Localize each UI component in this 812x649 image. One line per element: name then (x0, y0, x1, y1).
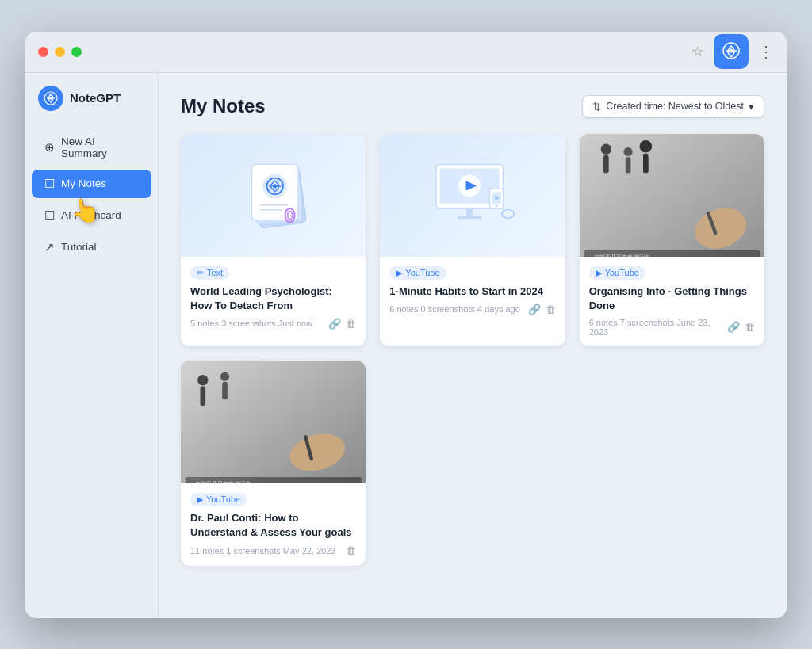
notes-grid: ✏ Text World Leading Psychologist: How T… (181, 134, 764, 567)
note-title-3: Organising Info - Getting Things Done (589, 284, 755, 313)
minimize-button[interactable] (55, 47, 65, 57)
note-card-1[interactable]: ✏ Text World Leading Psychologist: How T… (181, 134, 366, 346)
note-meta-2: 6 notes 0 screenshots 4 days ago 🔗 🗑 (389, 304, 555, 315)
app-name: NoteGPT (70, 91, 121, 105)
note-thumbnail-1 (181, 134, 366, 257)
sidebar-item-label: AI Flashcard (61, 209, 121, 221)
note-thumbnail-3: 一任职于几乎电商超话说... (580, 134, 764, 257)
traffic-lights (38, 47, 82, 57)
new-ai-summary-icon: ⊕ (44, 140, 55, 155)
youtube-icon: ▶ (197, 494, 203, 505)
svg-rect-27 (603, 155, 609, 172)
svg-text:一任职于几乎电商超话说...: 一任职于几乎电商超话说... (190, 481, 255, 483)
youtube-illustration (380, 134, 565, 257)
more-options-icon[interactable]: ⋮ (758, 42, 774, 61)
link-icon[interactable]: 🔗 (528, 304, 541, 315)
svg-rect-39 (200, 386, 205, 405)
favorite-icon[interactable]: ☆ (691, 43, 704, 60)
link-icon[interactable]: 🔗 (727, 321, 740, 333)
sort-icon: ⇅ (592, 101, 601, 113)
youtube-icon: ▶ (596, 268, 602, 278)
note-title-4: Dr. Paul Conti: How to Understand & Asse… (190, 511, 356, 540)
sidebar-item-label: My Notes (61, 178, 106, 189)
maximize-button[interactable] (71, 47, 82, 57)
sidebar-item-label: New AI Summary (61, 136, 139, 159)
svg-rect-17 (466, 208, 473, 216)
svg-rect-29 (625, 157, 630, 173)
app-window: ☆ ⋮ (25, 32, 787, 618)
titlebar-right: ☆ ⋮ (691, 34, 774, 69)
svg-point-28 (623, 147, 632, 155)
svg-rect-31 (643, 153, 649, 172)
ai-flashcard-icon: ☐ (44, 208, 55, 223)
note-card-2[interactable]: ▶ YouTube 1-Minute Habits to Start in 20… (380, 134, 565, 346)
svg-rect-18 (458, 216, 482, 219)
trash-icon[interactable]: 🗑 (346, 318, 356, 330)
note-meta-icons-1: 🔗 🗑 (328, 318, 356, 330)
note-meta-icons-2: 🔗 🗑 (528, 304, 556, 315)
note-meta-1: 5 notes 3 screenshots Just now 🔗 🗑 (190, 318, 356, 330)
chevron-down-icon: ▾ (749, 101, 754, 113)
trash-icon[interactable]: 🗑 (745, 321, 755, 333)
svg-point-26 (600, 143, 611, 154)
page-title: My Notes (181, 95, 266, 117)
note-card-3[interactable]: 一任职于几乎电商超话说... ▶ YouTube Organising Info… (580, 134, 764, 346)
svg-point-8 (273, 184, 277, 188)
note-type-badge-3: ▶ YouTube (589, 266, 645, 280)
note-type-badge-4: ▶ YouTube (190, 493, 247, 506)
note-card-4[interactable]: 一任职于几乎电商超话说... ▶ YouTube Dr. Paul Conti:… (181, 361, 366, 566)
text-icon: ✏ (197, 268, 204, 278)
svg-point-23 (502, 209, 514, 218)
sidebar: NoteGPT ⊕ New AI Summary ☐ My Notes ☐ AI… (25, 73, 159, 618)
note-type-label: YouTube (605, 268, 639, 277)
note-body-3: ▶ YouTube Organising Info - Getting Thin… (580, 257, 764, 346)
text-illustration (181, 134, 366, 257)
note-type-badge-2: ▶ YouTube (389, 266, 446, 280)
note-thumbnail-2 (380, 134, 565, 257)
content-header: My Notes ⇅ Created time: Newest to Oldes… (181, 95, 764, 118)
tutorial-icon: ↗ (44, 240, 55, 254)
note-meta-4: 11 notes 1 screenshots May 22, 2023 🗑 (190, 544, 356, 556)
note-meta-icons-4: 🗑 (346, 544, 356, 556)
my-notes-icon: ☐ (44, 177, 55, 191)
note-body-1: ✏ Text World Leading Psychologist: How T… (181, 257, 366, 339)
logo-icon (38, 86, 63, 111)
sidebar-item-ai-flashcard[interactable]: ☐ AI Flashcard (32, 201, 151, 230)
close-button[interactable] (38, 47, 48, 57)
trash-icon[interactable]: 🗑 (346, 544, 356, 556)
app-icon (714, 34, 749, 69)
note-body-2: ▶ YouTube 1-Minute Habits to Start in 20… (380, 257, 565, 325)
sort-dropdown[interactable]: ⇅ Created time: Newest to Oldest ▾ (582, 95, 764, 118)
svg-point-40 (220, 372, 229, 381)
note-title-1: World Leading Psychologist: How To Detac… (190, 284, 356, 313)
note-meta-text-1: 5 notes 3 screenshots Just now (190, 319, 312, 328)
svg-point-38 (197, 375, 208, 385)
note-type-badge-1: ✏ Text (190, 266, 229, 280)
link-icon[interactable]: 🔗 (328, 318, 341, 330)
titlebar: ☆ ⋮ (25, 32, 787, 73)
note-type-label: Text (207, 268, 223, 277)
sort-label: Created time: Newest to Oldest (606, 101, 744, 112)
whiteboard-thumbnail-3: 一任职于几乎电商超话说... (580, 134, 764, 257)
whiteboard-thumbnail-4: 一任职于几乎电商超话说... (181, 361, 366, 483)
note-body-4: ▶ YouTube Dr. Paul Conti: How to Underst… (181, 483, 366, 566)
note-meta-text-4: 11 notes 1 screenshots May 22, 2023 (190, 546, 335, 555)
sidebar-item-my-notes[interactable]: ☐ My Notes (32, 170, 151, 198)
svg-point-0 (730, 49, 733, 53)
sidebar-item-tutorial[interactable]: ↗ Tutorial (32, 233, 151, 262)
note-thumbnail-4: 一任职于几乎电商超话说... (181, 361, 366, 483)
sidebar-logo: NoteGPT (25, 86, 158, 127)
note-type-label: YouTube (405, 268, 439, 277)
svg-text:一任职于几乎电商超话说...: 一任职于几乎电商超话说... (588, 254, 654, 257)
svg-point-30 (639, 140, 652, 153)
note-meta-icons-3: 🔗 🗑 (727, 321, 755, 333)
sidebar-item-label: Tutorial (61, 241, 97, 253)
svg-rect-41 (222, 382, 228, 399)
main-layout: NoteGPT ⊕ New AI Summary ☐ My Notes ☐ AI… (25, 73, 787, 618)
svg-point-1 (49, 97, 52, 100)
sidebar-item-new-ai-summary[interactable]: ⊕ New AI Summary (32, 128, 151, 166)
note-meta-text-3: 6 notes 7 screenshots June 23, 2023 (589, 318, 727, 337)
content-area: My Notes ⇅ Created time: Newest to Oldes… (159, 73, 787, 618)
trash-icon[interactable]: 🗑 (546, 304, 556, 315)
svg-point-21 (495, 204, 497, 207)
